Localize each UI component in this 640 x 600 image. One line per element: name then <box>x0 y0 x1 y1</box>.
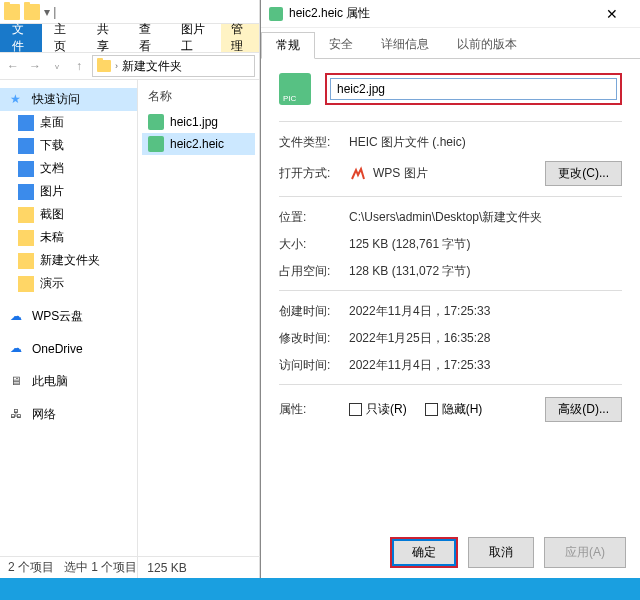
nav-forward[interactable]: → <box>26 57 44 75</box>
sizedisk-value: 128 KB (131,072 字节) <box>349 263 470 280</box>
network-icon: 🖧 <box>10 407 26 423</box>
nav-up[interactable]: ↑ <box>70 57 88 75</box>
location-value: C:\Users\admin\Desktop\新建文件夹 <box>349 209 542 226</box>
sidebar-downloads[interactable]: 下载 <box>0 134 137 157</box>
openwith-label: 打开方式: <box>279 165 349 182</box>
documents-icon <box>18 161 34 177</box>
sidebar-item-label: 文档 <box>40 160 64 177</box>
ok-button[interactable]: 确定 <box>390 537 458 568</box>
attrs-label: 属性: <box>279 401 349 418</box>
column-header-name[interactable]: 名称 <box>142 86 255 111</box>
change-button[interactable]: 更改(C)... <box>545 161 622 186</box>
sidebar-documents[interactable]: 文档 <box>0 157 137 180</box>
image-icon <box>269 7 283 21</box>
qat-overflow[interactable]: ▾ | <box>44 5 56 19</box>
sidebar-network[interactable]: 🖧网络 <box>0 403 137 426</box>
created-label: 创建时间: <box>279 303 349 320</box>
downloads-icon <box>18 138 34 154</box>
sidebar-unfinished[interactable]: 未稿 <box>0 226 137 249</box>
created-value: 2022年11月4日，17:25:33 <box>349 303 490 320</box>
sidebar-item-label: 快速访问 <box>32 91 80 108</box>
hidden-label: 隐藏(H) <box>442 401 483 418</box>
image-icon <box>148 114 164 130</box>
filetype-label: 文件类型: <box>279 134 349 151</box>
sidebar-item-label: 图片 <box>40 183 64 200</box>
breadcrumb-folder[interactable]: 新建文件夹 <box>122 58 182 75</box>
desktop-icon <box>18 115 34 131</box>
sidebar-quick-access[interactable]: ★ 快速访问 <box>0 88 137 111</box>
tab-manage[interactable]: 管理 <box>221 24 259 52</box>
sidebar-wps-cloud[interactable]: ☁WPS云盘 <box>0 305 137 328</box>
tab-previous-versions[interactable]: 以前的版本 <box>443 32 531 58</box>
cancel-button[interactable]: 取消 <box>468 537 534 568</box>
nav-recent[interactable]: v <box>48 57 66 75</box>
nav-back[interactable]: ← <box>4 57 22 75</box>
tab-file[interactable]: 文件 <box>0 24 42 52</box>
breadcrumb[interactable]: › 新建文件夹 <box>92 55 255 77</box>
tab-picture-tools[interactable]: 图片工 <box>169 24 220 52</box>
close-button[interactable]: ✕ <box>592 6 632 22</box>
sidebar-item-label: 新建文件夹 <box>40 252 100 269</box>
readonly-checkbox[interactable]: 只读(R) <box>349 401 407 418</box>
advanced-button[interactable]: 高级(D)... <box>545 397 622 422</box>
hidden-checkbox[interactable]: 隐藏(H) <box>425 401 483 418</box>
size-value: 125 KB (128,761 字节) <box>349 236 470 253</box>
cloud-icon: ☁ <box>10 341 26 357</box>
file-name: heic1.jpg <box>170 115 218 129</box>
filename-highlight <box>325 73 622 105</box>
file-item[interactable]: heic2.heic <box>142 133 255 155</box>
tab-share[interactable]: 共享 <box>85 24 127 52</box>
cloud-icon: ☁ <box>10 309 26 325</box>
sidebar-thispc[interactable]: 🖥此电脑 <box>0 370 137 393</box>
tab-general[interactable]: 常规 <box>261 32 315 59</box>
sidebar-item-label: 未稿 <box>40 229 64 246</box>
properties-dialog: heic2.heic 属性 ✕ 常规 安全 详细信息 以前的版本 文件类型:HE… <box>260 0 640 578</box>
sidebar-pictures[interactable]: 图片 <box>0 180 137 203</box>
size-label: 大小: <box>279 236 349 253</box>
apply-button[interactable]: 应用(A) <box>544 537 626 568</box>
sidebar-newfolder[interactable]: 新建文件夹 <box>0 249 137 272</box>
sidebar-item-label: OneDrive <box>32 342 83 356</box>
pictures-icon <box>18 184 34 200</box>
dialog-buttons: 确定 取消 应用(A) <box>390 537 626 568</box>
tab-security[interactable]: 安全 <box>315 32 367 58</box>
chevron-right-icon: › <box>115 61 118 71</box>
file-item[interactable]: heic1.jpg <box>142 111 255 133</box>
tab-view[interactable]: 查看 <box>127 24 169 52</box>
taskbar[interactable] <box>0 578 640 600</box>
folder-icon <box>97 60 111 72</box>
modified-value: 2022年1月25日，16:35:28 <box>349 330 490 347</box>
sidebar-item-label: 网络 <box>32 406 56 423</box>
sizedisk-label: 占用空间: <box>279 263 349 280</box>
sidebar-screenshots[interactable]: 截图 <box>0 203 137 226</box>
accessed-value: 2022年11月4日，17:25:33 <box>349 357 490 374</box>
location-label: 位置: <box>279 209 349 226</box>
filetype-value: HEIC 图片文件 (.heic) <box>349 134 466 151</box>
readonly-label: 只读(R) <box>366 401 407 418</box>
modified-label: 修改时间: <box>279 330 349 347</box>
dialog-tabs: 常规 安全 详细信息 以前的版本 <box>261 28 640 59</box>
image-icon <box>148 136 164 152</box>
sidebar-desktop[interactable]: 桌面 <box>0 111 137 134</box>
sidebar-item-label: 桌面 <box>40 114 64 131</box>
nav-pane: ★ 快速访问 桌面 下载 文档 图片 截图 未稿 新建文件夹 演示 ☁WPS云盘… <box>0 80 138 578</box>
accessed-label: 访问时间: <box>279 357 349 374</box>
nav-bar: ← → v ↑ › 新建文件夹 <box>0 52 259 80</box>
quick-access-toolbar: ▾ | <box>0 0 259 24</box>
folder-icon <box>18 276 34 292</box>
dialog-titlebar: heic2.heic 属性 ✕ <box>261 0 640 28</box>
folder-icon <box>18 253 34 269</box>
folder-icon <box>18 230 34 246</box>
tab-details[interactable]: 详细信息 <box>367 32 443 58</box>
sidebar-demo[interactable]: 演示 <box>0 272 137 295</box>
folder-icon <box>24 4 40 20</box>
status-bar: 2 个项目 选中 1 个项目 125 KB <box>0 556 260 578</box>
wps-app-icon <box>349 165 367 183</box>
star-icon: ★ <box>10 92 26 108</box>
tab-home[interactable]: 主页 <box>42 24 84 52</box>
sidebar-onedrive[interactable]: ☁OneDrive <box>0 338 137 360</box>
dialog-title: heic2.heic 属性 <box>289 5 592 22</box>
file-explorer-window: ▾ | 文件 主页 共享 查看 图片工 管理 ← → v ↑ › 新建文件夹 ★… <box>0 0 260 600</box>
file-type-icon <box>279 73 311 105</box>
filename-input[interactable] <box>330 78 617 100</box>
